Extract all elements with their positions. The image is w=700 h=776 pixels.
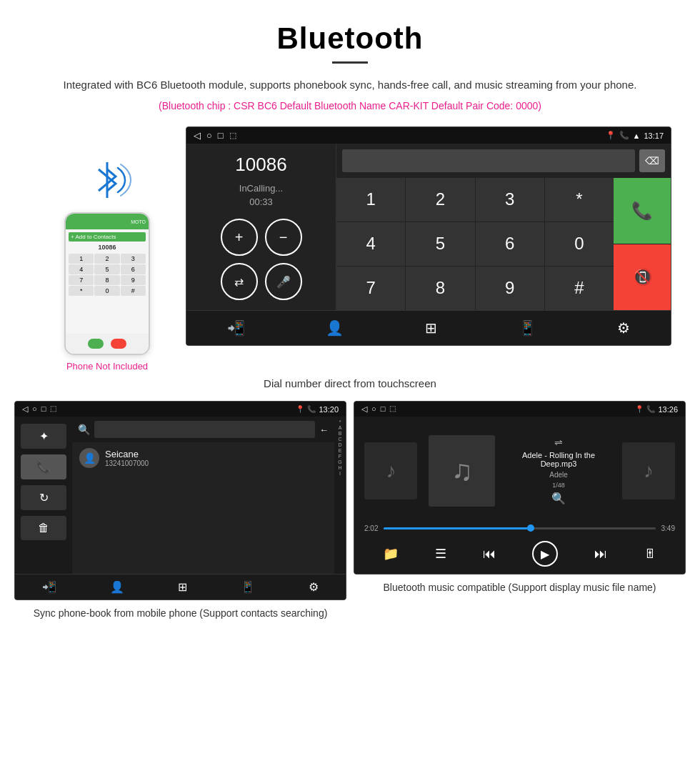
music-screen-wrap: ◁ ○ □ ⬚ 📍 📞 13:26 ♪	[354, 401, 686, 621]
transfer-button[interactable]: ⇄	[221, 263, 258, 300]
key-star[interactable]: *	[545, 178, 614, 222]
phone-side: MOTO + Add to Contacts 10086 1 2 3 4 5 6…	[29, 126, 186, 372]
incalling-label: InCalling...	[239, 183, 283, 194]
phone-not-included-label: Phone Not Included	[66, 361, 148, 372]
phone-key: *	[69, 286, 94, 296]
pb-bluetooth-btn[interactable]: ✦	[21, 424, 66, 449]
album-art-left: ♪	[364, 442, 417, 499]
music-recent-icon: □	[381, 404, 386, 414]
music-time-total: 3:49	[661, 524, 675, 532]
music-location-icon: 📍	[635, 405, 644, 413]
pb-contact-item[interactable]: 👤 Seicane 13241007000	[72, 442, 334, 474]
pb-contacts-icon[interactable]: 👤	[110, 580, 124, 594]
dialpad-icon[interactable]: ⊞	[425, 319, 437, 337]
pb-home-icon: ○	[32, 404, 37, 414]
pb-back-icon: ◁	[22, 404, 28, 414]
pb-alpha-h[interactable]: H	[338, 465, 341, 470]
back-nav-icon: ◁	[194, 130, 201, 141]
key-6[interactable]: 6	[476, 222, 544, 266]
music-search-icon[interactable]: 🔍	[551, 492, 566, 505]
pb-avatar: 👤	[79, 448, 99, 468]
pb-refresh-btn[interactable]: ↻	[21, 485, 66, 510]
phone-key: 6	[121, 264, 146, 274]
call-button[interactable]: 📞	[614, 178, 671, 244]
music-next-button[interactable]: ⏭	[594, 547, 607, 562]
music-info-col: ⇌ Adele - Rolling In the Deep.mp3 Adele …	[506, 437, 610, 505]
music-controls-row: 📁 ☰ ⏮ ▶ ⏭ 🎚	[354, 535, 685, 574]
dial-area: 10086 InCalling... 00:33 + − ⇄ 🎤 ⌫	[186, 144, 671, 310]
shuffle-icon[interactable]: ⇌	[554, 437, 563, 448]
caption-music: Bluetooth music compatible (Support disp…	[383, 580, 656, 595]
dial-right-panel: ⌫ 1 2 3 * 4 5 6 0 7 8 9	[336, 144, 671, 310]
phone-key: 2	[94, 254, 119, 264]
key-9[interactable]: 9	[476, 267, 544, 310]
contacts-icon[interactable]: 👤	[326, 319, 344, 337]
volume-up-button[interactable]: +	[221, 219, 258, 256]
key-7[interactable]: 7	[336, 267, 405, 310]
pb-alpha-i[interactable]: I	[339, 471, 341, 476]
phone-top-bar: MOTO	[66, 214, 149, 229]
pb-settings-icon[interactable]: ⚙	[309, 580, 319, 594]
key-8[interactable]: 8	[406, 267, 474, 310]
caption-phonebook: Sync phone-book from mobile phone (Suppo…	[34, 606, 328, 621]
pb-person-icon: 👤	[84, 452, 96, 464]
screenshot-icon: ⬚	[229, 131, 236, 140]
pb-alpha-f[interactable]: F	[339, 454, 341, 459]
pb-device-icon[interactable]: 📱	[241, 580, 255, 594]
music-progress-bar[interactable]	[384, 527, 655, 529]
pb-call-transfer-icon[interactable]: 📲	[42, 580, 56, 594]
settings-icon[interactable]: ⚙	[617, 319, 630, 337]
music-progress-row: 2:02 3:49	[354, 524, 685, 535]
pb-alpha-g[interactable]: G	[338, 459, 341, 464]
pb-alpha-list: * A B C D E F G H I	[334, 417, 346, 574]
phone-signal-icon: 📞	[619, 131, 629, 140]
pb-alpha-c[interactable]: C	[338, 437, 341, 442]
dial-input-row: ⌫	[336, 144, 671, 178]
key-2[interactable]: 2	[406, 178, 474, 222]
music-prev-button[interactable]: ⏮	[483, 547, 496, 562]
status-bar-main: ◁ ○ □ ⬚ 📍 📞 ▲ 13:17	[186, 127, 671, 144]
pb-call-btn[interactable]: 📞	[21, 454, 66, 479]
music-play-icon: ▶	[541, 547, 549, 561]
pb-contact-info: Seicane 13241007000	[105, 449, 149, 467]
pb-back-arrow: ←	[319, 424, 329, 435]
pb-delete-btn[interactable]: 🗑	[21, 516, 66, 540]
music-artist: Adele	[549, 471, 568, 479]
device-icon[interactable]: 📱	[519, 319, 536, 337]
key-hash[interactable]: #	[545, 267, 614, 310]
music-body: ♪ ♫ ⇌ Adele - Rolling In the Deep.mp3 Ad…	[354, 417, 685, 574]
phone-bottom	[66, 334, 149, 354]
delete-button[interactable]: ⌫	[639, 149, 665, 172]
pb-alpha-d[interactable]: D	[338, 442, 341, 447]
dial-content: 1 2 3 * 4 5 6 0 7 8 9 #	[336, 178, 671, 310]
pb-alpha-e[interactable]: E	[339, 448, 342, 453]
pb-search-input[interactable]	[94, 421, 315, 438]
music-progress-dot	[527, 524, 534, 532]
pb-alpha-b[interactable]: B	[339, 431, 342, 436]
call-transfer-icon[interactable]: 📲	[227, 319, 245, 337]
caption-main: Dial number direct from touchscreen	[0, 377, 700, 389]
key-1[interactable]: 1	[336, 178, 405, 222]
music-playlist-icon[interactable]: ☰	[435, 546, 446, 562]
key-4[interactable]: 4	[336, 222, 405, 266]
music-play-button[interactable]: ▶	[532, 541, 558, 567]
music-folder-icon[interactable]: 📁	[383, 546, 399, 562]
dialed-number: 10086	[235, 154, 286, 176]
pb-alpha-a[interactable]: A	[339, 425, 342, 430]
key-5[interactable]: 5	[406, 222, 474, 266]
mic-button[interactable]: 🎤	[265, 263, 302, 300]
album-art-right: ♪	[622, 442, 675, 499]
end-call-button[interactable]: 📵	[614, 244, 671, 310]
volume-down-button[interactable]: −	[265, 219, 302, 256]
pb-alpha-star[interactable]: *	[339, 419, 341, 424]
phone-call-button	[88, 339, 104, 349]
pb-dialpad-icon[interactable]: ⊞	[178, 580, 187, 594]
music-eq-icon[interactable]: 🎚	[644, 547, 656, 562]
phone-key: 8	[94, 275, 119, 285]
pb-trash-icon: 🗑	[38, 522, 49, 534]
phonebook-screen-wrap: ◁ ○ □ ⬚ 📍 📞 13:20 ✦ 📞	[14, 401, 346, 621]
pb-time: 13:20	[319, 405, 339, 414]
pb-status-bar: ◁ ○ □ ⬚ 📍 📞 13:20	[15, 402, 346, 417]
key-0[interactable]: 0	[545, 222, 614, 266]
key-3[interactable]: 3	[476, 178, 544, 222]
